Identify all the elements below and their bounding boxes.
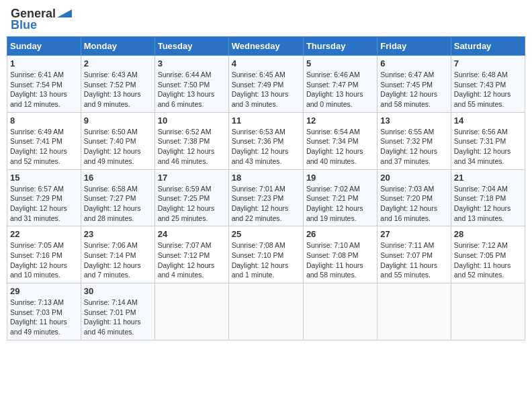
day-number: 10 <box>158 116 226 126</box>
calendar-cell: 24 Sunrise: 7:07 AM Sunset: 7:12 PM Dayl… <box>154 226 228 283</box>
day-info: Sunrise: 7:06 AM Sunset: 7:14 PM Dayligh… <box>84 240 152 280</box>
day-info: Sunrise: 6:47 AM Sunset: 7:45 PM Dayligh… <box>380 70 447 109</box>
day-header-tuesday: Tuesday <box>154 37 228 56</box>
calendar-week-3: 15 Sunrise: 6:57 AM Sunset: 7:29 PM Dayl… <box>7 169 525 226</box>
day-number: 30 <box>84 286 152 296</box>
day-info: Sunrise: 6:50 AM Sunset: 7:40 PM Dayligh… <box>84 127 152 167</box>
calendar-cell: 16 Sunrise: 6:58 AM Sunset: 7:27 PM Dayl… <box>81 169 154 226</box>
day-number: 8 <box>10 116 78 126</box>
day-number: 24 <box>158 229 226 239</box>
day-header-sunday: Sunday <box>7 37 81 56</box>
calendar-cell <box>228 283 303 340</box>
calendar-cell: 13 Sunrise: 6:55 AM Sunset: 7:32 PM Dayl… <box>378 112 451 169</box>
day-number: 12 <box>306 116 374 126</box>
day-info: Sunrise: 6:59 AM Sunset: 7:25 PM Dayligh… <box>158 184 226 224</box>
day-header-friday: Friday <box>378 37 451 56</box>
day-header-monday: Monday <box>81 37 154 56</box>
day-number: 18 <box>232 173 300 183</box>
day-header-thursday: Thursday <box>303 37 377 56</box>
calendar-cell <box>154 283 228 340</box>
calendar-cell: 27 Sunrise: 7:11 AM Sunset: 7:07 PM Dayl… <box>378 226 451 283</box>
calendar-cell: 20 Sunrise: 7:03 AM Sunset: 7:20 PM Dayl… <box>378 169 451 226</box>
calendar-cell: 18 Sunrise: 7:01 AM Sunset: 7:23 PM Dayl… <box>228 169 303 226</box>
day-info: Sunrise: 6:55 AM Sunset: 7:32 PM Dayligh… <box>380 127 447 167</box>
day-info: Sunrise: 7:02 AM Sunset: 7:21 PM Dayligh… <box>306 184 374 224</box>
day-number: 15 <box>10 173 78 183</box>
day-number: 21 <box>454 173 522 183</box>
day-info: Sunrise: 6:49 AM Sunset: 7:41 PM Dayligh… <box>10 127 78 167</box>
calendar-table: SundayMondayTuesdayWednesdayThursdayFrid… <box>7 36 525 340</box>
day-number: 13 <box>380 116 447 126</box>
day-number: 14 <box>454 116 522 126</box>
calendar-cell: 17 Sunrise: 6:59 AM Sunset: 7:25 PM Dayl… <box>154 169 228 226</box>
calendar-cell: 7 Sunrise: 6:48 AM Sunset: 7:43 PM Dayli… <box>451 56 525 113</box>
day-info: Sunrise: 7:05 AM Sunset: 7:16 PM Dayligh… <box>10 240 78 280</box>
day-number: 1 <box>10 58 78 68</box>
calendar-week-1: 1 Sunrise: 6:41 AM Sunset: 7:54 PM Dayli… <box>7 56 525 113</box>
calendar-cell: 21 Sunrise: 7:04 AM Sunset: 7:18 PM Dayl… <box>451 169 525 226</box>
calendar-cell: 10 Sunrise: 6:52 AM Sunset: 7:38 PM Dayl… <box>154 112 228 169</box>
day-header-saturday: Saturday <box>451 37 525 56</box>
calendar-cell <box>451 283 525 340</box>
day-info: Sunrise: 6:48 AM Sunset: 7:43 PM Dayligh… <box>454 70 522 109</box>
calendar-cell: 14 Sunrise: 6:56 AM Sunset: 7:31 PM Dayl… <box>451 112 525 169</box>
calendar-cell: 8 Sunrise: 6:49 AM Sunset: 7:41 PM Dayli… <box>7 112 81 169</box>
day-number: 7 <box>454 58 522 68</box>
calendar-cell: 19 Sunrise: 7:02 AM Sunset: 7:21 PM Dayl… <box>303 169 377 226</box>
day-number: 16 <box>84 173 152 183</box>
calendar-cell: 23 Sunrise: 7:06 AM Sunset: 7:14 PM Dayl… <box>81 226 154 283</box>
calendar-cell: 2 Sunrise: 6:43 AM Sunset: 7:52 PM Dayli… <box>81 56 154 113</box>
calendar-week-2: 8 Sunrise: 6:49 AM Sunset: 7:41 PM Dayli… <box>7 112 525 169</box>
calendar-cell: 26 Sunrise: 7:10 AM Sunset: 7:08 PM Dayl… <box>303 226 377 283</box>
day-info: Sunrise: 6:53 AM Sunset: 7:36 PM Dayligh… <box>232 127 300 167</box>
day-info: Sunrise: 7:04 AM Sunset: 7:18 PM Dayligh… <box>454 184 522 224</box>
calendar-week-4: 22 Sunrise: 7:05 AM Sunset: 7:16 PM Dayl… <box>7 226 525 283</box>
day-info: Sunrise: 7:10 AM Sunset: 7:08 PM Dayligh… <box>306 240 374 280</box>
day-number: 23 <box>84 229 152 239</box>
day-info: Sunrise: 6:44 AM Sunset: 7:50 PM Dayligh… <box>158 70 226 109</box>
calendar-week-5: 29 Sunrise: 7:13 AM Sunset: 7:03 PM Dayl… <box>7 283 525 340</box>
day-number: 20 <box>380 173 447 183</box>
calendar-cell: 6 Sunrise: 6:47 AM Sunset: 7:45 PM Dayli… <box>378 56 451 113</box>
calendar-cell: 30 Sunrise: 7:14 AM Sunset: 7:01 PM Dayl… <box>81 283 154 340</box>
day-number: 17 <box>158 173 226 183</box>
day-info: Sunrise: 6:43 AM Sunset: 7:52 PM Dayligh… <box>84 70 152 109</box>
day-number: 9 <box>84 116 152 126</box>
day-number: 11 <box>232 116 300 126</box>
calendar-cell: 4 Sunrise: 6:45 AM Sunset: 7:49 PM Dayli… <box>228 56 303 113</box>
calendar-cell <box>303 283 377 340</box>
calendar-header-row: SundayMondayTuesdayWednesdayThursdayFrid… <box>7 37 525 56</box>
day-number: 3 <box>158 58 226 68</box>
day-info: Sunrise: 6:52 AM Sunset: 7:38 PM Dayligh… <box>158 127 226 167</box>
day-info: Sunrise: 7:13 AM Sunset: 7:03 PM Dayligh… <box>10 298 78 337</box>
day-number: 4 <box>232 58 300 68</box>
day-number: 5 <box>306 58 374 68</box>
logo: General Blue <box>11 7 72 32</box>
day-number: 28 <box>454 229 522 239</box>
day-info: Sunrise: 7:03 AM Sunset: 7:20 PM Dayligh… <box>380 184 447 224</box>
calendar-cell: 22 Sunrise: 7:05 AM Sunset: 7:16 PM Dayl… <box>7 226 81 283</box>
day-number: 25 <box>232 229 300 239</box>
calendar-cell: 5 Sunrise: 6:46 AM Sunset: 7:47 PM Dayli… <box>303 56 377 113</box>
day-info: Sunrise: 6:54 AM Sunset: 7:34 PM Dayligh… <box>306 127 374 167</box>
day-info: Sunrise: 6:45 AM Sunset: 7:49 PM Dayligh… <box>232 70 300 109</box>
calendar-cell: 29 Sunrise: 7:13 AM Sunset: 7:03 PM Dayl… <box>7 283 81 340</box>
day-info: Sunrise: 6:56 AM Sunset: 7:31 PM Dayligh… <box>454 127 522 167</box>
calendar-cell: 1 Sunrise: 6:41 AM Sunset: 7:54 PM Dayli… <box>7 56 81 113</box>
day-number: 27 <box>380 229 447 239</box>
calendar-body: 1 Sunrise: 6:41 AM Sunset: 7:54 PM Dayli… <box>7 56 525 340</box>
calendar-cell: 15 Sunrise: 6:57 AM Sunset: 7:29 PM Dayl… <box>7 169 81 226</box>
calendar-cell: 28 Sunrise: 7:12 AM Sunset: 7:05 PM Dayl… <box>451 226 525 283</box>
day-header-wednesday: Wednesday <box>228 37 303 56</box>
calendar-cell: 25 Sunrise: 7:08 AM Sunset: 7:10 PM Dayl… <box>228 226 303 283</box>
day-info: Sunrise: 6:58 AM Sunset: 7:27 PM Dayligh… <box>84 184 152 224</box>
day-info: Sunrise: 6:46 AM Sunset: 7:47 PM Dayligh… <box>306 70 374 109</box>
day-number: 29 <box>10 286 78 296</box>
page-header: General Blue <box>7 7 525 32</box>
day-info: Sunrise: 7:12 AM Sunset: 7:05 PM Dayligh… <box>454 240 522 280</box>
day-number: 22 <box>10 229 78 239</box>
day-info: Sunrise: 7:07 AM Sunset: 7:12 PM Dayligh… <box>158 240 226 280</box>
day-info: Sunrise: 6:41 AM Sunset: 7:54 PM Dayligh… <box>10 70 78 109</box>
calendar-cell: 3 Sunrise: 6:44 AM Sunset: 7:50 PM Dayli… <box>154 56 228 113</box>
calendar-cell <box>378 283 451 340</box>
